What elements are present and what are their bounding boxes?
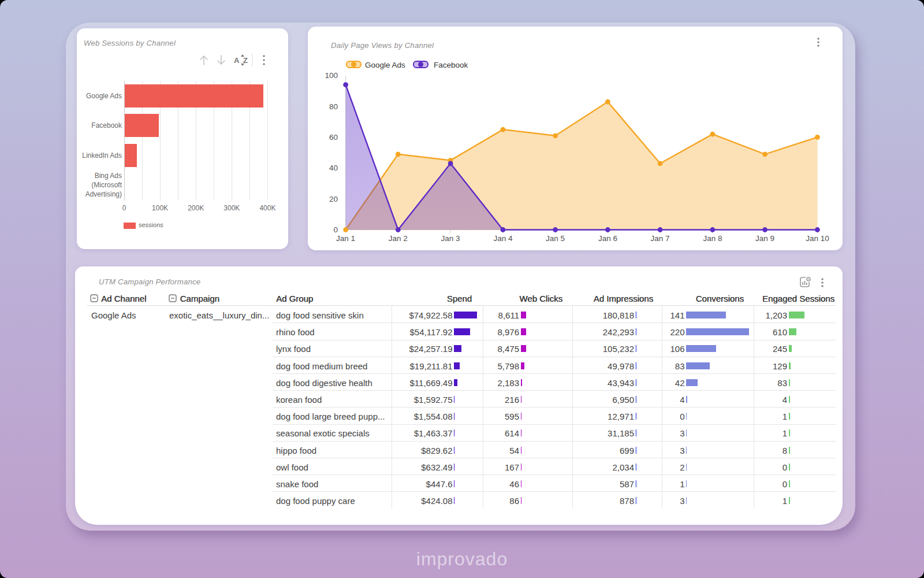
svg-text:Jan 1: Jan 1 xyxy=(336,234,355,243)
svg-text:80: 80 xyxy=(329,102,338,111)
svg-text:Jan 4: Jan 4 xyxy=(493,234,513,243)
svg-text:Jan 7: Jan 7 xyxy=(651,234,670,243)
svg-text:Jan 10: Jan 10 xyxy=(806,234,829,243)
svg-text:100: 100 xyxy=(325,71,338,80)
svg-text:Jan 2: Jan 2 xyxy=(389,234,408,243)
svg-text:Jan 8: Jan 8 xyxy=(703,234,722,243)
svg-text:0: 0 xyxy=(333,225,338,234)
svg-text:Jan 5: Jan 5 xyxy=(546,234,565,243)
svg-text:40: 40 xyxy=(329,164,338,172)
svg-text:20: 20 xyxy=(329,195,338,203)
svg-text:60: 60 xyxy=(329,133,338,142)
svg-text:A: A xyxy=(234,56,240,65)
svg-text:Jan 6: Jan 6 xyxy=(598,234,617,243)
svg-text:Jan 9: Jan 9 xyxy=(755,234,774,243)
svg-text:Z: Z xyxy=(243,56,248,65)
svg-text:Jan 3: Jan 3 xyxy=(441,234,460,243)
